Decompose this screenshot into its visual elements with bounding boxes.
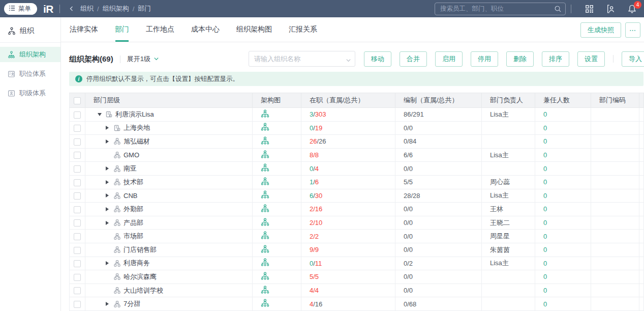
menu-button[interactable]: 菜单: [4, 3, 37, 15]
tree-node: GMO: [94, 151, 252, 159]
snapshot-button[interactable]: 生成快照: [580, 22, 621, 38]
onboard-count-cell: 2/10: [301, 216, 395, 230]
org-chart-icon[interactable]: [261, 123, 269, 131]
row-checkbox[interactable]: [74, 287, 81, 294]
disable-button[interactable]: 停用: [471, 51, 498, 67]
org-chart-cell: [253, 230, 301, 243]
qr-code-icon[interactable]: [585, 4, 594, 14]
department-name[interactable]: 上海央地: [124, 123, 150, 132]
org-chart-icon[interactable]: [261, 204, 269, 213]
row-checkbox[interactable]: [74, 274, 81, 281]
breadcrumb-item[interactable]: 组织架构: [103, 4, 129, 13]
row-checkbox[interactable]: [74, 138, 81, 146]
department-name[interactable]: 技术部: [124, 178, 143, 187]
tab-legal-entity[interactable]: 法律实体: [70, 17, 98, 42]
sidebar-item-position-system[interactable]: 职位体系: [0, 66, 60, 81]
back-icon[interactable]: [68, 5, 75, 12]
org-chart-icon[interactable]: [261, 163, 269, 172]
search-input[interactable]: [435, 3, 566, 15]
expand-level-control[interactable]: 展开1级: [127, 54, 159, 64]
tree-collapse-icon[interactable]: [106, 166, 111, 171]
onboard-count-cell: 0/19: [301, 121, 395, 135]
clipped-cell: [639, 243, 644, 257]
department-name[interactable]: 哈尔滨森鹰: [124, 272, 157, 281]
department-name[interactable]: 产品部: [124, 218, 143, 228]
row-checkbox[interactable]: [74, 165, 81, 173]
department-name[interactable]: 南亚: [124, 164, 137, 173]
department-name[interactable]: 外勤部: [124, 205, 143, 214]
department-name[interactable]: 门店销售部: [124, 245, 157, 255]
row-checkbox[interactable]: [74, 111, 81, 119]
department-name[interactable]: 市场部: [124, 232, 143, 241]
org-chart-icon[interactable]: [261, 272, 269, 280]
action-buttons: 移动 合并 启用 停用 删除 排序 设置 导入: [364, 51, 644, 67]
chevron-down-icon: [346, 56, 351, 65]
row-checkbox[interactable]: [74, 152, 81, 159]
sidebar-section-organization[interactable]: 组织: [0, 21, 60, 42]
tree-node: CNB: [94, 192, 252, 200]
more-actions-button[interactable]: ⋯: [625, 22, 640, 38]
row-checkbox[interactable]: [74, 247, 81, 254]
tree-collapse-icon[interactable]: [106, 180, 111, 184]
org-chart-icon[interactable]: [261, 190, 269, 199]
contacts-icon[interactable]: [606, 4, 616, 14]
org-chart-icon[interactable]: [261, 177, 269, 186]
search-icon[interactable]: [554, 5, 562, 15]
grade-system-icon: [8, 90, 15, 97]
sort-button[interactable]: 排序: [542, 51, 569, 67]
department-name[interactable]: GMO: [124, 151, 139, 159]
tab-org-chart[interactable]: 组织架构图: [236, 17, 272, 42]
breadcrumb-item[interactable]: 组织: [80, 4, 94, 13]
breadcrumb-item[interactable]: 部门: [138, 4, 151, 13]
tree-collapse-icon[interactable]: [106, 302, 111, 306]
department-name[interactable]: 利唐商务: [124, 259, 150, 268]
merge-button[interactable]: 合并: [400, 51, 427, 67]
row-checkbox[interactable]: [74, 233, 81, 240]
org-chart-icon[interactable]: [261, 218, 269, 227]
org-chart-icon[interactable]: [261, 286, 269, 294]
org-name-input[interactable]: [249, 51, 355, 67]
enable-button[interactable]: 启用: [435, 51, 463, 67]
department-name[interactable]: 旭弘磁材: [124, 137, 150, 146]
row-checkbox[interactable]: [74, 260, 81, 267]
department-name[interactable]: CNB: [124, 192, 137, 200]
tree-collapse-icon[interactable]: [106, 139, 111, 144]
org-chart-icon[interactable]: [261, 109, 269, 118]
org-chart-icon[interactable]: [261, 231, 269, 240]
row-checkbox[interactable]: [74, 301, 81, 308]
leader-cell: [482, 135, 535, 149]
tab-department[interactable]: 部门: [115, 17, 129, 42]
bell-icon[interactable]: 4: [627, 4, 637, 14]
sidebar-item-org-structure[interactable]: 组织架构: [0, 47, 60, 62]
row-checkbox[interactable]: [74, 125, 81, 132]
import-button[interactable]: 导入: [622, 51, 644, 67]
org-chart-icon[interactable]: [261, 299, 269, 307]
department-name[interactable]: 7分甜: [124, 299, 140, 308]
tree-collapse-icon[interactable]: [106, 207, 111, 211]
tab-reporting[interactable]: 汇报关系: [289, 17, 317, 42]
tree-collapse-icon[interactable]: [106, 193, 111, 197]
org-chart-icon[interactable]: [261, 136, 269, 145]
row-checkbox[interactable]: [74, 206, 81, 213]
org-chart-icon[interactable]: [261, 150, 269, 159]
tree-expand-icon[interactable]: [98, 113, 103, 116]
org-chart-icon[interactable]: [261, 245, 269, 253]
department-name[interactable]: 大山培训学校: [124, 286, 163, 295]
tab-cost-center[interactable]: 成本中心: [191, 17, 220, 42]
headcount-cell: 0/0: [395, 203, 482, 216]
row-checkbox-cell: [70, 216, 85, 230]
delete-button[interactable]: 删除: [506, 51, 534, 67]
department-name[interactable]: 利唐演示Lisa: [115, 110, 154, 119]
row-checkbox[interactable]: [74, 179, 81, 186]
org-chart-icon[interactable]: [261, 258, 269, 267]
tree-collapse-icon[interactable]: [106, 126, 111, 130]
tree-collapse-icon[interactable]: [106, 261, 111, 265]
sidebar-item-grade-system[interactable]: 职级体系: [0, 86, 60, 101]
settings-button[interactable]: 设置: [577, 51, 605, 67]
tab-work-location[interactable]: 工作地点: [146, 17, 174, 42]
row-checkbox[interactable]: [74, 192, 81, 200]
tree-collapse-icon[interactable]: [106, 221, 111, 225]
move-button[interactable]: 移动: [364, 51, 391, 67]
row-checkbox[interactable]: [74, 219, 81, 227]
select-all-checkbox[interactable]: [74, 97, 81, 104]
